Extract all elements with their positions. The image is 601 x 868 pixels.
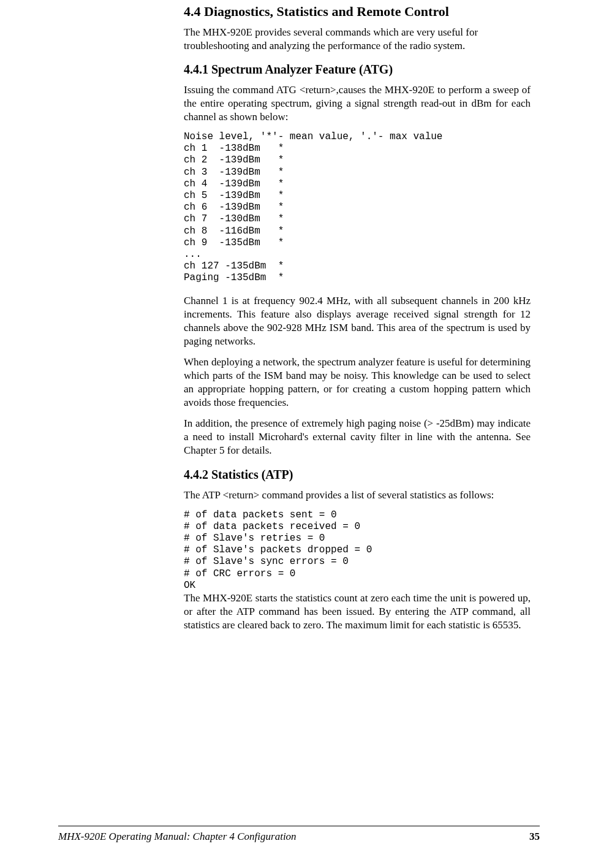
subsection-442-para1: The ATP <return> command provides a list…: [184, 489, 531, 502]
page-content: 4.4 Diagnostics, Statistics and Remote C…: [0, 0, 601, 632]
page-footer: MHX-920E Operating Manual: Chapter 4 Con…: [58, 826, 540, 843]
subsection-441-para1: Issuing the command ATG <return>,causes …: [184, 83, 531, 124]
subsection-441-para2: Channel 1 is at frequency 902.4 MHz, wit…: [184, 294, 531, 348]
section-heading: 4.4 Diagnostics, Statistics and Remote C…: [184, 3, 531, 21]
footer-left-text: MHX-920E Operating Manual: Chapter 4 Con…: [58, 830, 297, 843]
atg-output-block: Noise level, '*'- mean value, '.'- max v…: [184, 131, 531, 284]
subsection-441-para3: When deploying a network, the spectrum a…: [184, 356, 531, 409]
subsection-441-heading: 4.4.1 Spectrum Analyzer Feature (ATG): [184, 61, 531, 77]
footer-page-number: 35: [529, 830, 540, 843]
subsection-441-para4: In addition, the presence of extremely h…: [184, 417, 531, 457]
atp-output-block: # of data packets sent = 0 # of data pac…: [184, 509, 531, 592]
subsection-442-heading: 4.4.2 Statistics (ATP): [184, 466, 531, 482]
subsection-442-para2: The MHX-920E starts the statistics count…: [184, 592, 531, 632]
section-intro: The MHX-920E provides several commands w…: [184, 26, 531, 53]
